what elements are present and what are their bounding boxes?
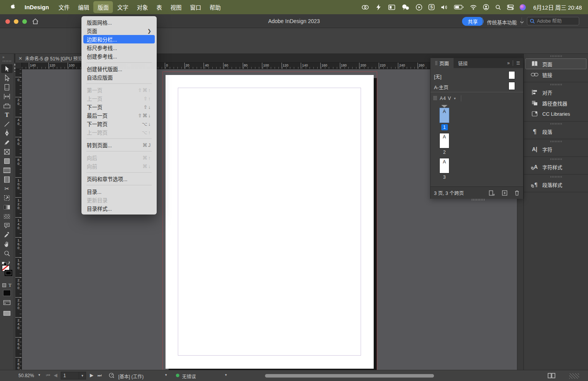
panel-menu-icon[interactable]: ☰ (516, 61, 520, 66)
stroke-swatch[interactable] (5, 270, 12, 276)
menu-item-go-forward[interactable]: 向前⌘↓ (83, 162, 155, 170)
workspace-switcher[interactable]: 传统基本功能 (487, 18, 524, 26)
page-number-3[interactable]: 3 (439, 175, 449, 180)
gradient-swatch-tool[interactable] (1, 203, 13, 211)
dock-item-字符样式[interactable]: A字符样式 (525, 161, 586, 172)
zoom-tool[interactable] (1, 249, 13, 258)
display-app-icon[interactable] (388, 4, 396, 10)
ruler-origin-box[interactable] (15, 63, 22, 69)
menubar-item-窗口[interactable]: 窗口 (186, 1, 205, 13)
dock-group-grip[interactable] (550, 141, 562, 142)
share-button[interactable]: 共享 (462, 17, 484, 26)
dock-group-grip[interactable] (550, 176, 562, 178)
menu-item-update-table-of-contents[interactable]: 更新目录 (83, 196, 155, 204)
menu-item-pages[interactable]: 页面❯ (83, 27, 155, 35)
loop-app-icon[interactable] (361, 4, 369, 11)
apple-menu-icon[interactable] (9, 3, 15, 11)
vertical-grid-tool[interactable] (1, 175, 13, 184)
rectangle-frame-tool[interactable] (1, 147, 13, 156)
master-none-thumbnail[interactable] (508, 71, 515, 79)
vertical-ruler[interactable]: 020406080100120140160180200220240260280 (15, 69, 22, 370)
siri-icon[interactable] (520, 4, 526, 10)
screen-mode-icon[interactable] (3, 311, 11, 316)
menu-item-layout-grid[interactable]: 版面网格... (83, 18, 155, 27)
horizontal-scrollbar-thumb[interactable] (265, 374, 434, 378)
formatting-affects-text-icon[interactable]: T (8, 282, 12, 288)
first-page-button[interactable]: ⏮ (46, 373, 50, 378)
dock-item-字符[interactable]: A|字符 (525, 144, 586, 155)
formatting-affects-container-icon[interactable] (2, 283, 6, 287)
preflight-profile[interactable]: [基本] (工作) (118, 373, 144, 379)
spread-view-icon[interactable] (547, 373, 556, 379)
dock-item-段落样式[interactable]: ¶段落样式 (525, 179, 586, 190)
new-page-icon[interactable] (502, 190, 508, 196)
page-number-2[interactable]: 2 (439, 150, 449, 155)
chevron-down-icon[interactable]: ▾ (225, 373, 227, 377)
toolbar-expand-icon[interactable]: » (0, 54, 14, 59)
tab-pages[interactable]: 页面 (431, 58, 454, 68)
gap-tool[interactable] (1, 92, 13, 101)
dock-item-页面[interactable]: 页面 (525, 58, 586, 69)
page-tool[interactable] (1, 83, 13, 92)
s-app-icon[interactable]: S (428, 4, 435, 10)
pen-tool[interactable] (1, 129, 13, 138)
tab-links[interactable]: 链接 (454, 58, 472, 68)
page-size-label[interactable]: A4 V (440, 96, 451, 101)
wechat-icon[interactable] (401, 4, 410, 10)
menubar-item-编辑[interactable]: 编辑 (74, 1, 93, 13)
apply-color-button[interactable] (3, 290, 11, 296)
close-tab-icon[interactable]: ✕ (18, 56, 22, 61)
menu-item-previous-spread[interactable]: 上一跨页⌥↑ (83, 128, 155, 136)
menubar-item-版面[interactable]: 版面 (93, 1, 113, 13)
menu-item-create-guides[interactable]: 创建参考线... (83, 52, 155, 60)
dock-group-grip[interactable] (550, 55, 562, 57)
dock-group-grip[interactable] (550, 158, 562, 160)
dock-item-CC Libraries[interactable]: CC Libraries (525, 108, 586, 119)
wifi-icon[interactable] (470, 5, 477, 10)
zoom-chevron-icon[interactable]: ▾ (38, 373, 40, 377)
lightning-app-icon[interactable] (375, 4, 382, 11)
menubar-item-对象[interactable]: 对象 (133, 1, 152, 13)
view-options-icon[interactable] (3, 300, 11, 305)
menubar-item-帮助[interactable]: 帮助 (205, 1, 225, 13)
menubar-app-name[interactable]: InDesign (25, 4, 49, 10)
toolbar-grip[interactable] (3, 60, 11, 62)
menu-item-numbering-section-options[interactable]: 页码和章节选项... (83, 175, 155, 183)
account-icon[interactable] (483, 4, 489, 10)
gradient-feather-tool[interactable] (1, 212, 13, 221)
last-page-button[interactable]: ⏭ (98, 373, 102, 378)
scissors-tool[interactable]: ✂ (1, 184, 13, 193)
menubar-item-视图[interactable]: 视图 (166, 1, 186, 13)
dock-item-对齐[interactable]: 对齐 (525, 87, 586, 98)
menu-item-go-to-page[interactable]: 转到页面...⌘J (83, 141, 155, 149)
master-none-label[interactable]: [无] (434, 73, 441, 80)
selection-tool[interactable] (1, 64, 13, 73)
menu-item-ruler-guides[interactable]: 标尺参考线... (83, 43, 155, 52)
menu-item-margins-and-columns[interactable]: 边距和分栏... (83, 35, 155, 43)
page-thumbnail-1[interactable]: A (439, 108, 449, 123)
horizontal-grid-tool[interactable] (1, 166, 13, 175)
rectangle-tool[interactable] (1, 156, 13, 165)
menu-item-next-spread[interactable]: 下一跨页⌥↓ (83, 120, 155, 128)
menu-item-next-page[interactable]: 下一页⇧↓ (83, 103, 155, 111)
pencil-tool[interactable] (1, 138, 13, 147)
swap-fill-stroke-icon[interactable] (1, 260, 11, 265)
delete-page-icon[interactable] (514, 190, 520, 196)
menu-item-previous-page[interactable]: 上一页⇧↑ (83, 94, 155, 103)
direct-selection-tool[interactable] (1, 73, 13, 82)
content-collector-tool[interactable] (1, 101, 13, 110)
master-a-label[interactable]: A-主页 (434, 83, 449, 91)
document-page[interactable] (166, 75, 374, 369)
collapse-panel-icon[interactable]: » (507, 60, 510, 66)
zoom-level[interactable]: 50.82% (18, 373, 34, 378)
page-thumbnail-3[interactable]: A (439, 158, 449, 173)
master-a-thumbnail[interactable] (508, 82, 515, 90)
grip-icon[interactable] (433, 96, 437, 101)
panel-resize-grip[interactable] (472, 199, 485, 201)
menubar-item-文件[interactable]: 文件 (54, 1, 74, 13)
free-transform-tool[interactable] (1, 193, 13, 202)
menu-item-last-page[interactable]: 最后一页⇧⌘↓ (83, 111, 155, 120)
menubar-item-表[interactable]: 表 (152, 1, 166, 13)
menu-item-table-of-contents[interactable]: 目录... (83, 187, 155, 196)
menu-item-table-of-contents-styles[interactable]: 目录样式... (83, 204, 155, 213)
